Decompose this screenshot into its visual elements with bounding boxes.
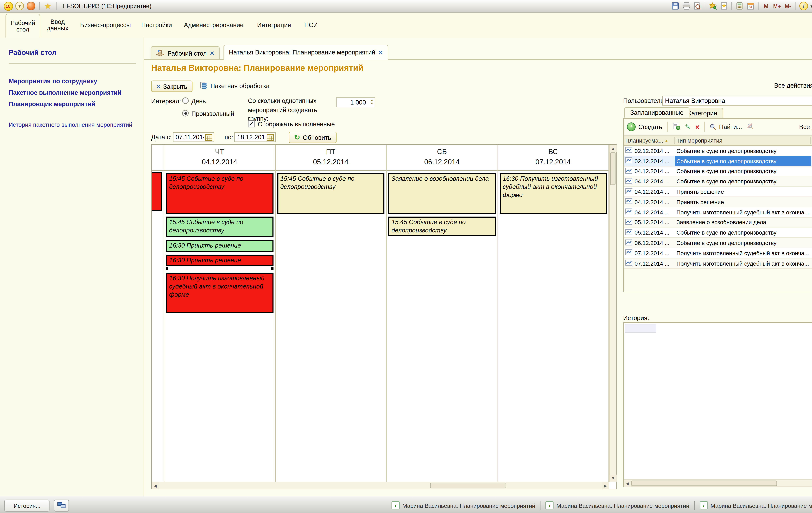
calendar-icon[interactable]: 31: [746, 1, 755, 10]
table-row[interactable]: 05.12.2014 ...Заявление о возобновлении …: [624, 217, 812, 228]
menu-tab-4[interactable]: Настройки: [136, 12, 177, 37]
planned-date-text: 04.12.2014 ...: [635, 209, 669, 215]
calculator-icon[interactable]: [735, 1, 745, 10]
panel-all-actions-button[interactable]: Все действия▾: [799, 124, 812, 130]
favorites-list-icon[interactable]: [719, 1, 729, 10]
sessions-button[interactable]: [54, 500, 69, 511]
table-row[interactable]: 04.12.2014 ...Принять решение85...: [624, 187, 812, 197]
interval-custom-radio[interactable]: [182, 110, 189, 116]
show-done-label[interactable]: Отображать выполненные: [258, 121, 335, 127]
calendar-event[interactable]: Заявление о возобновлении дела: [388, 173, 496, 214]
table-row[interactable]: 04.12.2014 ...Событие в суде по делопрои…: [624, 166, 812, 177]
column-header-o[interactable]: О...: [811, 137, 812, 144]
calendar-event[interactable]: 16:30 Получить изготовленный судебный ак…: [166, 273, 273, 313]
scrollbar-thumb[interactable]: [631, 481, 777, 486]
interval-custom-label[interactable]: Произвольный: [192, 111, 234, 117]
favorites-star-icon[interactable]: ★: [43, 1, 53, 10]
add-to-favorites-icon[interactable]: [708, 1, 718, 10]
menu-tab-5[interactable]: Администрирование: [177, 12, 250, 37]
sidebar-link-2[interactable]: Пакетное выполнение мероприятий: [9, 89, 136, 96]
table-row[interactable]: 04.12.2014 ...Событие в суде по делопрои…: [624, 177, 812, 187]
1c-logo-icon[interactable]: 1С: [3, 1, 13, 10]
user-input[interactable]: [662, 96, 812, 106]
find-button[interactable]: Найти...: [710, 124, 742, 130]
interval-day-radio[interactable]: [182, 97, 189, 104]
scroll-left-icon[interactable]: ◀: [152, 482, 159, 489]
info-dropdown-icon[interactable]: ▼: [810, 4, 812, 8]
memory-m-plus-icon[interactable]: M+: [772, 1, 782, 10]
tab-close-icon[interactable]: ×: [379, 49, 383, 56]
close-form-button[interactable]: × Закрыть: [151, 81, 193, 92]
sidebar-link-history[interactable]: История пакетного выполнения мероприятий: [9, 122, 136, 128]
history-horizontal-scrollbar[interactable]: ◀ ▶: [624, 480, 812, 487]
sidebar-link-3[interactable]: Планировщик мероприятий: [9, 101, 136, 107]
table-row[interactable]: 06.12.2014 ...Событие в суде по делопрои…: [624, 238, 812, 248]
column-header-planned-date[interactable]: Планируема...▲: [624, 137, 675, 144]
calendar-event[interactable]: 15:45 Событие в суде по делопроизводству: [388, 217, 496, 236]
table-row[interactable]: 05.12.2014 ...Событие в суде по делопрои…: [624, 228, 812, 238]
table-row[interactable]: 02.12.2014 ...Событие в суде по делопрои…: [624, 146, 812, 156]
info-icon[interactable]: i: [799, 1, 809, 10]
calendar-event[interactable]: 16:30 Получить изготовленный судебный ак…: [499, 173, 607, 214]
interval-day-label[interactable]: День: [192, 98, 206, 105]
calendar-event[interactable]: 16:30 Принять решение: [166, 255, 273, 266]
all-actions-button[interactable]: Все действия ▾: [774, 82, 812, 89]
scroll-down-icon[interactable]: ▼: [609, 475, 617, 482]
refresh-button[interactable]: ↻ Обновить: [289, 132, 337, 143]
cancel-search-icon[interactable]: [747, 123, 754, 131]
save-icon[interactable]: [671, 1, 680, 10]
menu-tab-2[interactable]: Ввод данных: [40, 12, 75, 37]
table-row[interactable]: 07.12.2014 ...Получить изготовленный суд…: [624, 259, 812, 269]
mdi-tab-planning[interactable]: Наталья Викторовна: Планирование меропри…: [224, 45, 388, 60]
memory-m-minus-icon[interactable]: M-: [783, 1, 793, 10]
calendar-event[interactable]: 16:30 Принять решение: [166, 240, 273, 252]
mdi-tab-desktop[interactable]: Рабочий стол ×: [150, 46, 220, 60]
menu-tab-1[interactable]: Рабочий стол: [5, 14, 40, 37]
calendar-horizontal-scrollbar[interactable]: ◀ ▶: [152, 482, 609, 489]
table-row[interactable]: 02.12.2014 ...Событие в суде по делопрои…: [624, 156, 812, 166]
sidebar-link-1[interactable]: Мероприятия по сотруднику: [9, 78, 136, 84]
scrollbar-thumb[interactable]: [430, 483, 506, 488]
scrollbar-thumb[interactable]: [610, 152, 615, 185]
show-done-checkbox[interactable]: ✓: [248, 120, 255, 128]
delete-icon[interactable]: ×: [695, 123, 699, 131]
calendar-event[interactable]: 15:45 Событие в суде по делопроизводству: [166, 173, 273, 214]
calendar-event-clipped[interactable]: [152, 172, 162, 211]
scroll-right-icon[interactable]: ▶: [602, 482, 609, 489]
table-row[interactable]: 04.12.2014 ...Получить изготовленный суд…: [624, 207, 812, 217]
table-row[interactable]: 07.12.2014 ...Получить изготовленный суд…: [624, 248, 812, 259]
tab-close-icon[interactable]: ×: [210, 50, 214, 57]
toolbar-divider: [667, 122, 667, 132]
spinner-arrows-icon[interactable]: ▲▼: [370, 99, 374, 105]
table-row[interactable]: 04.12.2014 ...Принять решение85...: [624, 197, 812, 207]
notification-item-3[interactable]: iМарина Васильевна: Планирование меропри…: [695, 501, 812, 509]
menu-tab-7[interactable]: НСИ: [298, 12, 324, 37]
cell-event-type: Принять решение: [675, 197, 811, 207]
event-resize-handle[interactable]: [166, 267, 273, 270]
print-preview-icon[interactable]: [692, 1, 702, 10]
edit-pencil-icon[interactable]: ✎: [685, 123, 691, 131]
main-menu-icon[interactable]: ▼: [14, 1, 24, 10]
service-icon[interactable]: [26, 1, 36, 10]
calendar-event[interactable]: 15:45 Событие в суде по делопроизводству: [277, 173, 384, 214]
notification-item-1[interactable]: iМарина Васильевна: Планирование меропри…: [386, 501, 540, 509]
copy-button[interactable]: [672, 123, 680, 131]
create-button[interactable]: + Создать: [627, 123, 662, 131]
tab-planned[interactable]: Запланированные: [624, 107, 690, 118]
group-threshold-spinner[interactable]: 1 000 ▲▼: [336, 97, 375, 107]
calendar-event[interactable]: 15:45 Событие в суде по делопроизводству: [166, 217, 273, 237]
history-button[interactable]: История...: [4, 500, 50, 511]
date-to-calendar-icon[interactable]: [266, 133, 274, 141]
date-from-calendar-icon[interactable]: [205, 133, 213, 141]
menu-tab-6[interactable]: Интеграция: [250, 12, 298, 37]
print-icon[interactable]: [682, 1, 691, 10]
batch-processing-button[interactable]: Пакетная обработка: [200, 82, 269, 90]
scroll-left-icon[interactable]: ◀: [624, 480, 631, 487]
column-header-event-type[interactable]: Тип мероприятия: [675, 137, 811, 144]
scroll-up-icon[interactable]: ▲: [609, 145, 617, 152]
memory-m-icon[interactable]: M: [761, 1, 771, 10]
calendar-vertical-scrollbar[interactable]: ▲ ▼: [609, 145, 616, 482]
menu-tab-3[interactable]: Бизнес-процессы: [75, 12, 136, 37]
notification-item-2[interactable]: iМарина Васильевна: Планирование меропри…: [541, 501, 694, 509]
calendar-grid: ЧТ04.12.201415:45 Событие в суде по дело…: [151, 144, 617, 489]
